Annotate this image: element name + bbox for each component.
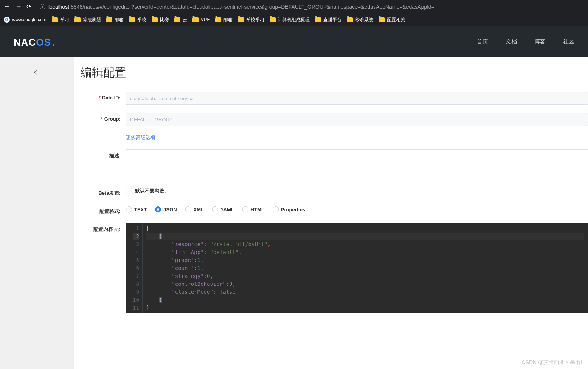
format-radio-html[interactable]: HTML [242,206,264,212]
bookmark-folder[interactable]: 配置相关 [379,17,405,23]
forward-arrow-icon[interactable]: → [15,3,22,11]
code-editor[interactable]: 1234567891011 [ { "resource": "/rateLimi… [126,223,588,313]
label-content: 配置内容?: [81,223,126,233]
bookmark-label: 邮箱 [223,17,233,23]
bookmark-label: 邮箱 [115,17,124,23]
bookmark-folder[interactable]: 邮箱 [215,17,233,23]
folder-icon [347,17,353,22]
folder-icon [215,17,221,22]
nav-community[interactable]: 社区 [563,38,574,45]
bookmark-label: 学校学习 [246,17,264,23]
chevron-left-icon [33,69,39,76]
bookmark-folder[interactable]: 学校学习 [238,17,264,23]
address-bar[interactable]: i localhost:8848/nacos/#/configeditor?se… [36,2,584,12]
radio-label: YAML [220,207,234,212]
label-description: 描述: [81,149,126,159]
bookmark-folder[interactable]: 算法刷题 [74,17,101,23]
folder-icon [379,17,385,22]
format-radio-xml[interactable]: XML [185,206,204,212]
radio-icon [155,206,161,212]
nacos-nav: 首页 文档 博客 社区 [477,38,574,45]
folder-icon [74,17,81,22]
radio-icon [273,206,279,212]
beta-checkbox[interactable] [126,188,132,194]
bookmark-label: 计算机组成原理 [278,17,310,23]
bookmark-folder[interactable]: VUE [192,17,210,22]
bookmark-label: 学校 [137,17,146,23]
description-textarea[interactable] [126,149,588,177]
bookmarks-bar: G www.google.com 学习算法刷题邮箱学校比赛云VUE邮箱学校学习计… [0,13,588,26]
folder-icon [270,17,276,22]
bookmark-folder[interactable]: 学校 [129,17,146,23]
format-radio-yaml[interactable]: YAML [212,206,234,212]
radio-icon [212,206,218,212]
page-title: 编辑配置 [81,65,588,81]
help-icon[interactable]: ? [114,228,119,233]
nacos-header: NACOS. 首页 文档 博客 社区 [0,26,588,57]
format-radio-properties[interactable]: Properties [273,206,305,212]
beta-hint: 默认不要勾选。 [135,188,169,194]
back-arrow-icon[interactable]: ← [4,3,11,11]
radio-label: Properties [281,207,305,212]
radio-icon [126,206,132,212]
folder-icon [106,17,112,22]
sidebar-back-button[interactable] [0,69,74,77]
label-format: 配置格式: [81,205,126,215]
bookmark-label: 学习 [60,17,69,23]
radio-label: XML [194,207,204,212]
folder-icon [174,17,180,22]
nav-blog[interactable]: 博客 [534,38,546,45]
bookmark-label: 算法刷题 [83,17,101,23]
reload-icon[interactable]: ⟳ [26,3,31,10]
bookmark-label: 配置相关 [387,17,405,23]
bookmark-label: 直播平台 [323,17,341,23]
nav-home[interactable]: 首页 [477,38,488,45]
advanced-options-link[interactable]: 更多高级选项 [126,135,155,140]
bookmark-folder[interactable]: 学习 [52,17,69,23]
folder-icon [192,17,199,22]
radio-label: HTML [251,207,264,212]
bookmark-folder[interactable]: 秒杀系统 [347,17,373,23]
editor-code[interactable]: [ { "resource": "/rateLimit/byUrl", "lim… [143,223,588,313]
nav-docs[interactable]: 文档 [506,38,517,45]
site-info-icon[interactable]: i [40,4,45,9]
folder-icon [129,17,135,22]
folder-icon [238,17,244,22]
bookmark-folder[interactable]: 云 [174,17,187,23]
label-group: *Group: [81,113,126,122]
bookmark-label: www.google.com [12,17,47,22]
radio-label: JSON [163,207,177,212]
bookmark-folder[interactable]: 邮箱 [106,17,124,23]
content-area: 编辑配置 *Data ID: *Group: 更多高级选项 描述: [74,57,588,369]
browser-toolbar: ← → ⟳ i localhost:8848/nacos/#/configedi… [0,0,588,13]
bookmark-label: 云 [183,17,187,23]
label-beta: Beta发布: [81,187,126,197]
bookmark-label: VUE [201,17,210,22]
format-radio-group: TEXTJSONXMLYAMLHTMLProperties [126,205,588,212]
folder-icon [315,17,321,22]
radio-icon [185,206,191,212]
nacos-logo[interactable]: NACOS. [14,35,56,49]
label-data-id: *Data ID: [81,92,126,101]
editor-gutter: 1234567891011 [126,223,143,313]
bookmark-label: 比赛 [160,17,169,23]
bookmark-folder[interactable]: 比赛 [152,17,169,23]
bookmark-google[interactable]: G www.google.com [4,17,47,23]
url-text: localhost:8848/nacos/#/configeditor?serv… [48,4,434,10]
sidebar [0,57,74,369]
radio-label: TEXT [134,207,147,212]
format-radio-text[interactable]: TEXT [126,206,147,212]
folder-icon [52,17,58,22]
data-id-input[interactable] [126,92,588,105]
bookmark-folder[interactable]: 直播平台 [315,17,341,23]
group-input[interactable] [126,113,588,126]
format-radio-json[interactable]: JSON [155,206,177,212]
folder-icon [152,17,158,22]
bookmark-folder[interactable]: 计算机组成原理 [270,17,310,23]
bookmark-label: 秒杀系统 [355,17,373,23]
google-icon: G [4,17,10,23]
radio-icon [242,206,248,212]
